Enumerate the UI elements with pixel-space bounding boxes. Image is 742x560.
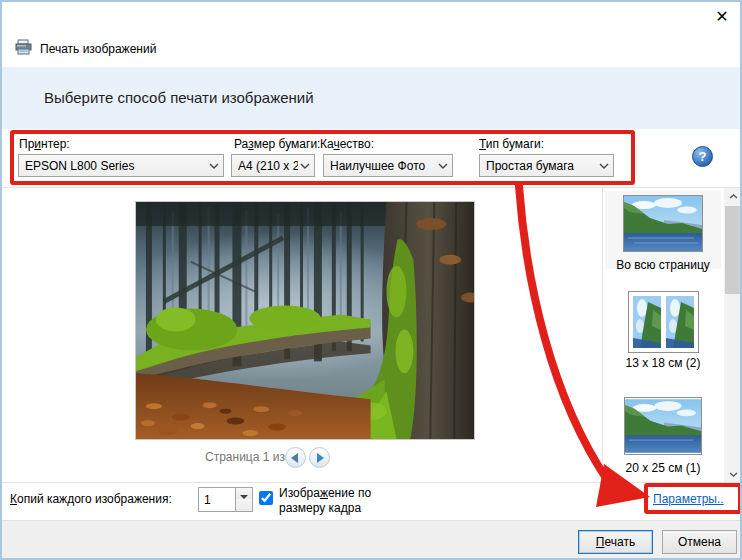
paper-type-value: Простая бумага <box>486 159 597 173</box>
spin-down-icon[interactable] <box>236 499 252 511</box>
layout-option-13x18[interactable]: 13 x 18 см (2) <box>605 291 721 370</box>
scroll-down-icon[interactable] <box>724 466 742 482</box>
footer-bar: Печать Отмена <box>2 520 742 560</box>
layout-option-label: 20 x 25 см (1) <box>605 461 721 475</box>
printer-icon <box>15 39 32 59</box>
sidebar-divider <box>602 188 603 482</box>
printer-options-link[interactable]: Параметры.. <box>653 492 724 506</box>
chevron-down-icon <box>436 163 448 169</box>
layout-option-label: Во всю страницу <box>605 258 721 272</box>
close-icon[interactable]: ✕ <box>708 5 736 29</box>
printer-select[interactable]: EPSON L800 Series <box>18 154 224 177</box>
copies-stepper <box>236 487 253 512</box>
back-icon <box>291 453 298 463</box>
layout-option-20x25[interactable]: 20 x 25 см (1) <box>605 397 721 475</box>
layout-option-full-page[interactable]: Во всю страницу <box>605 191 721 269</box>
scrollbar-thumb[interactable] <box>725 206 741 294</box>
fit-to-frame-label: Изображение по размеру кадра <box>279 486 371 516</box>
content-divider <box>2 482 742 483</box>
layout-thumbnail <box>623 195 703 252</box>
paper-size-value: A4 (210 x 297 <box>238 159 298 173</box>
quality-label: Качество: <box>320 137 374 151</box>
printer-value: EPSON L800 Series <box>25 159 207 173</box>
chevron-down-icon <box>207 163 219 169</box>
print-button[interactable]: Печать <box>578 530 653 554</box>
print-pictures-dialog: ✕ Печать изображений Выберите способ печ… <box>0 0 742 560</box>
window-title-row: Печать изображений <box>15 39 156 59</box>
layout-thumbnail <box>628 291 699 353</box>
copies-label: Копий каждого изображения: <box>10 492 172 506</box>
sidebar-scrollbar[interactable] <box>724 188 742 482</box>
header-prompt: Выберите способ печати изображений <box>44 67 314 129</box>
print-preview-image <box>135 201 475 440</box>
paper-type-label: Тип бумаги: <box>479 137 544 151</box>
options-divider <box>2 187 742 188</box>
cancel-button[interactable]: Отмена <box>662 530 737 554</box>
layout-thumbnail <box>624 397 702 455</box>
scroll-up-icon[interactable] <box>724 188 742 204</box>
forward-icon <box>317 453 324 463</box>
fit-to-frame-checkbox[interactable] <box>259 491 273 505</box>
copies-input[interactable] <box>198 487 236 512</box>
paper-type-select[interactable]: Простая бумага <box>479 154 614 177</box>
window-title: Печать изображений <box>40 42 156 56</box>
quality-value: Наилучшее Фото <box>330 159 436 173</box>
quality-select[interactable]: Наилучшее Фото <box>323 154 453 177</box>
paper-size-label: Размер бумаги: <box>234 137 320 151</box>
chevron-down-icon <box>597 163 609 169</box>
help-icon[interactable]: ? <box>692 146 713 167</box>
next-page-button[interactable] <box>309 447 330 468</box>
previous-page-button[interactable] <box>285 447 306 468</box>
page-status: Страница 1 из 1 <box>205 450 295 464</box>
layout-option-label: 13 x 18 см (2) <box>605 356 721 370</box>
header-band: Выберите способ печати изображений <box>2 67 740 129</box>
chevron-down-icon <box>298 163 310 169</box>
printer-label: Принтер: <box>19 137 70 151</box>
paper-size-select[interactable]: A4 (210 x 297 <box>231 154 315 177</box>
